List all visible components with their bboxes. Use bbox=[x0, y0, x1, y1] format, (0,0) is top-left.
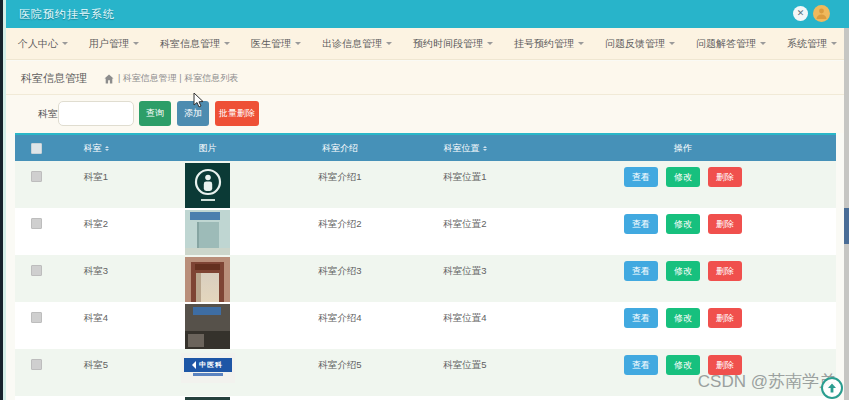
chevron-down-icon bbox=[224, 42, 230, 48]
nav-item-clinic-info-mgmt[interactable]: 出诊信息管理 bbox=[322, 37, 392, 51]
row-checkbox[interactable] bbox=[31, 265, 42, 276]
chevron-down-icon bbox=[760, 42, 766, 48]
nav-label: 挂号预约管理 bbox=[514, 37, 574, 51]
arrow-up-icon bbox=[826, 382, 838, 394]
column-label: 操作 bbox=[674, 142, 692, 155]
row-checkbox[interactable] bbox=[31, 171, 42, 182]
department-sign-text: 中医科 bbox=[199, 360, 223, 370]
chevron-down-icon bbox=[133, 42, 139, 48]
nav-label: 个人中心 bbox=[18, 37, 58, 51]
column-label: 科室介绍 bbox=[322, 142, 358, 155]
nav-item-doctor-mgmt[interactable]: 医生管理 bbox=[251, 37, 301, 51]
breadcrumb: 科室信息管理 | 科室信息管理 | 科室信息列表 bbox=[0, 61, 849, 95]
nav-item-user-mgmt[interactable]: 用户管理 bbox=[89, 37, 139, 51]
delete-button[interactable]: 删除 bbox=[708, 261, 742, 281]
page-title: 科室信息管理 bbox=[21, 71, 87, 86]
edit-button[interactable]: 修改 bbox=[666, 308, 700, 328]
top-bar: 医院预约挂号系统 ✕ bbox=[0, 0, 849, 28]
table-row: 科室3 科室介绍3 科室位置3 查看 修改 删除 bbox=[15, 255, 836, 302]
person-icon bbox=[816, 8, 827, 20]
view-button[interactable]: 查看 bbox=[624, 308, 658, 328]
cell-position: 科室位置5 bbox=[400, 349, 530, 396]
row-checkbox[interactable] bbox=[31, 359, 42, 370]
person-sign-icon bbox=[191, 168, 225, 204]
query-button[interactable]: 查询 bbox=[139, 101, 171, 126]
cell-position: 科室位置2 bbox=[400, 208, 530, 255]
app-title: 医院预约挂号系统 bbox=[19, 7, 115, 22]
nav-label: 医生管理 bbox=[251, 37, 291, 51]
nav-label: 问题反馈管理 bbox=[605, 37, 665, 51]
search-input[interactable] bbox=[58, 101, 134, 126]
cell-department-name: 科室5 bbox=[57, 349, 135, 396]
mouse-cursor bbox=[193, 93, 204, 108]
sort-icon bbox=[483, 144, 487, 153]
table-header-row: 科室 图片 科室介绍 科室位置 操作 bbox=[15, 135, 836, 161]
edit-button[interactable]: 修改 bbox=[666, 214, 700, 234]
batch-delete-button[interactable]: 批量删除 bbox=[215, 101, 259, 126]
table-row: 科室4 科室介绍4 科室位置4 查看 修改 删除 bbox=[15, 302, 836, 349]
column-label: 科室 bbox=[84, 142, 102, 155]
delete-button[interactable]: 删除 bbox=[708, 308, 742, 328]
row-checkbox[interactable] bbox=[31, 312, 42, 323]
back-to-top-button[interactable] bbox=[821, 377, 843, 399]
edit-button[interactable]: 修改 bbox=[666, 261, 700, 281]
nav-label: 系统管理 bbox=[787, 37, 827, 51]
nav-label: 出诊信息管理 bbox=[322, 37, 382, 51]
cell-department-name: 科室1 bbox=[57, 161, 135, 208]
cell-intro: 科室介绍4 bbox=[280, 302, 400, 349]
nav-item-registration-mgmt[interactable]: 挂号预约管理 bbox=[514, 37, 584, 51]
department-image bbox=[185, 304, 230, 349]
cell-position: 科室位置4 bbox=[400, 302, 530, 349]
edit-button[interactable]: 修改 bbox=[666, 167, 700, 187]
column-header-position[interactable]: 科室位置 bbox=[400, 142, 530, 155]
nav-item-system-mgmt[interactable]: 系统管理 bbox=[787, 37, 837, 51]
chevron-down-icon bbox=[62, 42, 68, 48]
table-row: 科室1 科室介绍1 科室位置1 查看 修改 删除 bbox=[15, 161, 836, 208]
view-button[interactable]: 查看 bbox=[624, 167, 658, 187]
cell-position: 科室位置3 bbox=[400, 255, 530, 302]
row-checkbox[interactable] bbox=[31, 218, 42, 229]
search-label: 科室 bbox=[38, 107, 58, 121]
scrollbar-thumb[interactable] bbox=[844, 208, 849, 244]
column-header-actions: 操作 bbox=[530, 142, 836, 155]
department-image bbox=[185, 210, 230, 255]
table-row-partial bbox=[15, 396, 836, 400]
sort-icon bbox=[105, 144, 109, 153]
nav-item-qa-mgmt[interactable]: 问题解答管理 bbox=[696, 37, 766, 51]
nav-label: 用户管理 bbox=[89, 37, 129, 51]
toolbar: 科室 查询 添加 批量删除 bbox=[0, 95, 849, 133]
chevron-down-icon bbox=[578, 42, 584, 48]
nav-item-personal-center[interactable]: 个人中心 bbox=[18, 37, 68, 51]
chevron-down-icon bbox=[386, 42, 392, 48]
delete-button[interactable]: 删除 bbox=[708, 167, 742, 187]
nav-item-timeslot-mgmt[interactable]: 预约时间段管理 bbox=[413, 37, 493, 51]
cell-intro: 科室介绍1 bbox=[280, 161, 400, 208]
home-icon bbox=[104, 74, 114, 84]
department-image bbox=[185, 257, 230, 302]
cell-department-name: 科室2 bbox=[57, 208, 135, 255]
cell-department-name: 科室3 bbox=[57, 255, 135, 302]
column-label: 科室位置 bbox=[444, 142, 480, 155]
view-button[interactable]: 查看 bbox=[624, 355, 658, 375]
nav-label: 问题解答管理 bbox=[696, 37, 756, 51]
chevron-down-icon bbox=[295, 42, 301, 48]
arrow-left-icon bbox=[188, 361, 196, 369]
department-image: 中医科 bbox=[181, 353, 235, 383]
column-header-name[interactable]: 科室 bbox=[57, 142, 135, 155]
csdn-watermark: CSDN @苏南学弟 bbox=[698, 370, 836, 393]
view-button[interactable]: 查看 bbox=[624, 214, 658, 234]
column-header-image: 图片 bbox=[135, 142, 280, 155]
breadcrumb-path[interactable]: | 科室信息管理 | 科室信息列表 bbox=[104, 72, 238, 85]
nav-item-feedback-mgmt[interactable]: 问题反馈管理 bbox=[605, 37, 675, 51]
main-nav: 个人中心 用户管理 科室信息管理 医生管理 出诊信息管理 预约时间段管理 挂号预… bbox=[0, 28, 849, 60]
nav-item-department-info-mgmt[interactable]: 科室信息管理 bbox=[160, 37, 230, 51]
close-icon[interactable]: ✕ bbox=[793, 6, 808, 21]
column-label: 图片 bbox=[199, 142, 217, 155]
edit-button[interactable]: 修改 bbox=[666, 355, 700, 375]
select-all-checkbox[interactable] bbox=[31, 143, 42, 154]
view-button[interactable]: 查看 bbox=[624, 261, 658, 281]
cell-intro: 科室介绍5 bbox=[280, 349, 400, 396]
delete-button[interactable]: 删除 bbox=[708, 214, 742, 234]
avatar[interactable] bbox=[813, 5, 830, 22]
table-row: 科室2 科室介绍2 科室位置2 查看 修改 删除 bbox=[15, 208, 836, 255]
